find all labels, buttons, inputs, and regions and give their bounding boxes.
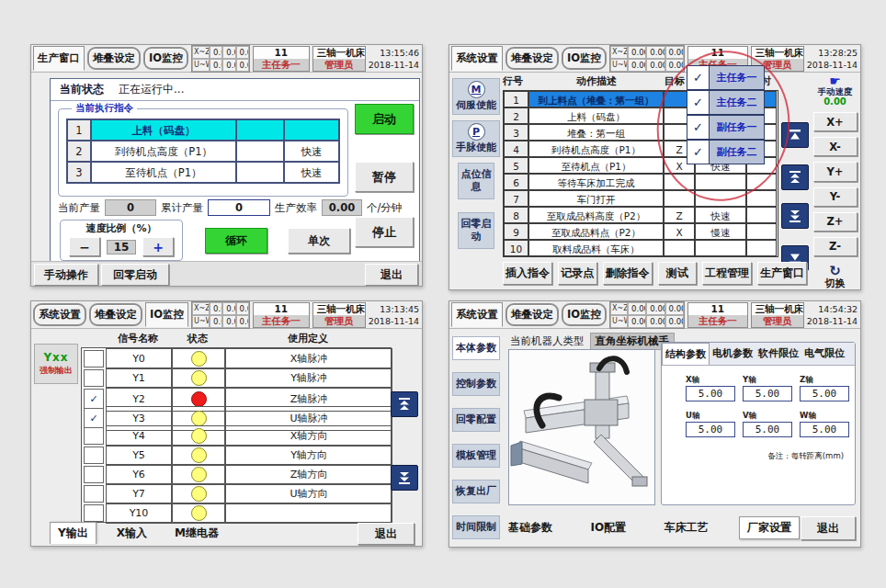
checkbox[interactable]: ✓: [84, 389, 104, 410]
stack-settings-button[interactable]: 堆叠设定: [89, 303, 142, 326]
axis-value-field[interactable]: 5.00: [686, 422, 735, 437]
table-row[interactable]: 7车门打开: [504, 190, 778, 207]
loop-mode-button[interactable]: 循环: [205, 228, 267, 254]
tab-y-output[interactable]: Y输出: [50, 522, 97, 544]
tab-soft-limit[interactable]: 软件限位: [755, 343, 801, 365]
tab-lathe-process[interactable]: 车床工艺: [657, 517, 716, 538]
page-up-button[interactable]: [391, 391, 418, 417]
checkbox[interactable]: [84, 427, 104, 445]
tab-system-settings[interactable]: 系统设置: [451, 46, 503, 71]
tab-electrical-limit[interactable]: 电气限位: [801, 343, 847, 365]
axis-value-field[interactable]: 5.00: [800, 386, 849, 401]
start-button[interactable]: 启动: [355, 104, 414, 134]
sidebar-item-factory-reset[interactable]: 恢复出厂: [452, 480, 500, 503]
tab-structure-params[interactable]: 结构参数: [662, 343, 710, 365]
axis-value-field[interactable]: 5.00: [800, 422, 849, 437]
jog-y-plus-button[interactable]: Y+: [813, 162, 858, 181]
tab-motor-params[interactable]: 电机参数: [710, 343, 755, 365]
status-light: [191, 370, 207, 386]
point-info-button[interactable]: 点位信息: [458, 163, 494, 199]
record-point-button[interactable]: 记录点: [558, 262, 597, 285]
manual-operation-button[interactable]: 手动操作: [34, 264, 98, 286]
exit-button[interactable]: 退出: [801, 516, 856, 540]
exit-button[interactable]: 退出: [365, 264, 418, 286]
jog-x-plus-button[interactable]: X+: [813, 112, 858, 131]
io-monitor-button[interactable]: IO监控: [143, 47, 188, 70]
checkbox[interactable]: ✓: [687, 90, 710, 115]
jog-z-plus-button[interactable]: Z+: [813, 212, 858, 232]
io-monitor-button[interactable]: IO监控: [562, 303, 607, 326]
checkbox[interactable]: [84, 447, 104, 464]
project-manage-button[interactable]: 工程管理: [702, 262, 752, 285]
switch-button[interactable]: ↻ 切换: [825, 266, 846, 289]
dropdown-item[interactable]: ✓ 副任务二: [687, 140, 765, 164]
dropdown-item[interactable]: ✓ 主任务二: [687, 90, 765, 115]
production-window-panel: 生产窗口 堆叠设定 IO监控 X~Z 0.0000.0000.000 U~W 0…: [30, 44, 423, 287]
table-row[interactable]: 6等待车床加工完成: [504, 174, 778, 190]
sidebar-item-home-config[interactable]: 回零配置: [452, 408, 500, 432]
axis-value-field[interactable]: 5.00: [743, 422, 792, 437]
table-row[interactable]: 8至取成品料高度（P2）Z快速: [504, 207, 778, 223]
io-monitor-button[interactable]: IO监控: [562, 47, 607, 70]
force-output-tile[interactable]: Yxx 强制输出: [34, 344, 78, 384]
checkbox[interactable]: ✓: [687, 140, 710, 164]
tab-x-input[interactable]: X输入: [109, 523, 154, 544]
page-down-button[interactable]: [391, 465, 418, 491]
io-table-body: Y0X轴脉冲 Y1Y轴脉冲 ✓Y2Z轴脉冲 ✓Y3U轴脉冲 Y4X轴方向 Y5Y…: [81, 347, 392, 523]
insert-command-button[interactable]: 插入指令: [503, 262, 552, 285]
page-down-button[interactable]: [781, 203, 809, 229]
axis-value-field[interactable]: 5.00: [743, 386, 792, 401]
jog-x-minus-button[interactable]: X-: [813, 137, 858, 156]
checkbox[interactable]: [84, 466, 104, 483]
tab-m-relay[interactable]: M继电器: [167, 523, 226, 544]
servo-enable-button[interactable]: M 伺服使能: [452, 78, 500, 115]
sidebar-item-template-manage[interactable]: 模板管理: [452, 444, 500, 468]
table-row[interactable]: 3 至待机点（P1） 快速: [67, 162, 339, 183]
checkbox[interactable]: [84, 369, 104, 387]
dropdown-item[interactable]: ✓ 副任务一: [687, 115, 765, 140]
stack-settings-button[interactable]: 堆叠设定: [505, 303, 559, 326]
checkbox[interactable]: [84, 485, 104, 503]
scroll-top-button[interactable]: [781, 122, 809, 148]
speed-minus-button[interactable]: −: [69, 237, 100, 256]
jog-y-minus-button[interactable]: Y-: [813, 187, 858, 207]
jog-z-minus-button[interactable]: Z-: [813, 237, 858, 256]
system-settings-button[interactable]: 系统设置: [33, 303, 86, 326]
speed-plus-button[interactable]: +: [142, 237, 174, 256]
axis-value-field[interactable]: 5.00: [686, 386, 735, 401]
test-button[interactable]: 测试: [658, 262, 698, 285]
single-mode-button[interactable]: 单次: [288, 228, 350, 254]
handwheel-enable-button[interactable]: P 手脉使能: [452, 120, 500, 157]
dropdown-item[interactable]: ✓ 主任务一: [687, 65, 765, 90]
sidebar-item-time-limit[interactable]: 时间限制: [452, 515, 500, 539]
table-row[interactable]: 10取料成品料（车床）: [504, 240, 778, 256]
pause-button[interactable]: 暂停: [355, 162, 414, 192]
sidebar-item-body-params[interactable]: 本体参数: [452, 336, 500, 360]
tab-system-settings[interactable]: 系统设置: [451, 302, 503, 327]
stack-settings-button[interactable]: 堆叠设定: [87, 47, 141, 70]
total-output-field[interactable]: 0: [208, 199, 270, 216]
tab-production-window[interactable]: 生产窗口: [33, 46, 85, 71]
checkbox[interactable]: ✓: [687, 115, 710, 140]
home-start-button[interactable]: 回零启动: [101, 264, 169, 286]
table-row[interactable]: 2 到待机点高度（P1） 快速: [67, 141, 339, 162]
tab-basic-params[interactable]: 基础参数: [501, 517, 560, 538]
checkbox[interactable]: ✓: [84, 408, 104, 429]
delete-command-button[interactable]: 删除指令: [603, 262, 653, 285]
stack-settings-button[interactable]: 堆叠设定: [505, 47, 559, 70]
checkbox[interactable]: ✓: [687, 65, 710, 90]
production-window-button[interactable]: 生产窗口: [757, 262, 807, 285]
exit-button[interactable]: 退出: [358, 523, 415, 545]
home-start-button[interactable]: 回零启动: [458, 212, 494, 249]
current-output-label: 当前产量: [58, 201, 100, 215]
tab-factory-settings[interactable]: 厂家设置: [739, 516, 800, 539]
page-up-button[interactable]: [781, 164, 809, 190]
table-row[interactable]: 1 上料（码盘）: [67, 119, 339, 141]
command-table: 1 上料（码盘） 2 到待机点高度（P1） 快速 3 至待机点（P1）: [66, 119, 340, 184]
tab-io-monitor[interactable]: IO监控: [145, 302, 188, 327]
table-row[interactable]: 9至取成品料点（P2）X慢速: [504, 223, 778, 240]
sidebar-item-control-params[interactable]: 控制参数: [452, 372, 500, 396]
tab-io-config[interactable]: IO配置: [583, 517, 633, 538]
stop-button[interactable]: 停止: [355, 217, 414, 247]
checkbox[interactable]: [84, 350, 104, 368]
